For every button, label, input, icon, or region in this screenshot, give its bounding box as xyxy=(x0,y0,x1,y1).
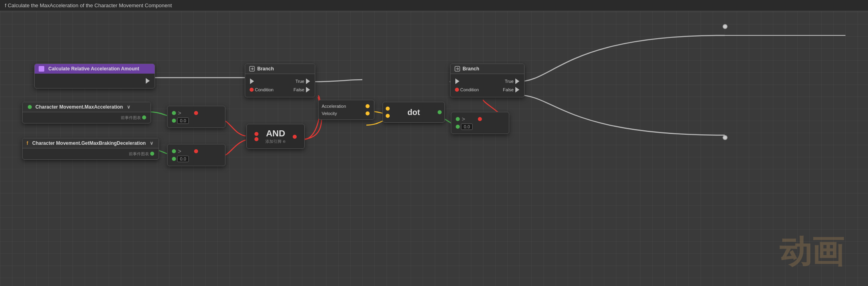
b2-true-row: True xyxy=(505,78,521,85)
and-sublabel: 添加引脚 ⊕ xyxy=(265,139,286,144)
b2-false-label: False xyxy=(503,87,514,92)
char-max-out-pin xyxy=(142,115,146,119)
g3-in-pin xyxy=(456,117,460,121)
node-char-braking-header: f Character Movement.GetMaxBrakingDecele… xyxy=(23,138,159,148)
node-branch1[interactable]: Branch True Condition False xyxy=(245,64,315,97)
vel-row: Velocity xyxy=(322,111,371,116)
branch1-title: Branch xyxy=(257,66,274,72)
top-bar: f Calculate the MaxAcceleration of the C… xyxy=(0,0,868,11)
g1-gt: > xyxy=(178,110,181,116)
connection-point-top xyxy=(723,24,727,29)
char-braking-sublabel: 前事件图表 xyxy=(129,152,149,156)
vel-label: Velocity xyxy=(322,111,337,116)
vel-out-pin xyxy=(366,111,370,115)
watermark: 动画 xyxy=(779,230,844,274)
node-calculate-rel-accel[interactable]: Calculate Relative Acceleration Amount xyxy=(34,64,155,88)
node-char-max-header: Character Movement.MaxAcceleration ∨ xyxy=(23,102,151,112)
b1-cond-pin xyxy=(250,88,254,92)
b2-true-label: True xyxy=(505,79,514,84)
b2-true-pin xyxy=(515,78,519,84)
and-output xyxy=(291,133,298,140)
greater3-body: > 0.0 xyxy=(451,112,509,134)
greater1-val-row: 0.0 xyxy=(171,117,222,124)
char-max-label: Character Movement.MaxAcceleration xyxy=(35,104,123,110)
greater3-in-row: > xyxy=(455,116,506,122)
b1-false-label: False xyxy=(293,87,304,92)
g1-in-pin xyxy=(172,111,176,115)
g2-gt: > xyxy=(178,148,181,154)
b2-false-row: False xyxy=(503,86,521,93)
b1-cond-label: Condition xyxy=(255,87,273,92)
and-label-block: AND 添加引脚 ⊕ xyxy=(265,128,286,144)
branch2-icon xyxy=(455,66,460,72)
and-in2 xyxy=(253,137,260,141)
node-icon xyxy=(39,66,44,72)
greater1-in-row: > xyxy=(171,110,222,116)
g2-val-in-pin xyxy=(172,157,176,161)
dot-label: dot xyxy=(407,108,420,117)
branch1-body: True Condition False xyxy=(245,74,315,97)
top-bar-text: f Calculate the MaxAcceleration of the C… xyxy=(5,2,172,8)
dot-inner: dot xyxy=(383,102,444,122)
g3-val-in-pin xyxy=(456,125,460,129)
accel-vel-body: Acceleration Velocity xyxy=(318,100,374,119)
node-dot[interactable]: dot xyxy=(382,102,445,123)
and-in1 xyxy=(253,132,260,136)
exec-out-pin xyxy=(146,78,150,84)
char-max-sublabel: 前事件图表 xyxy=(121,115,141,120)
g3-out-pin xyxy=(478,117,482,121)
greater1-body: > 0.0 xyxy=(167,106,225,128)
branch1-exec-row: True xyxy=(248,78,312,85)
dot-body: dot xyxy=(383,102,444,122)
node-greater2[interactable]: > 0.0 xyxy=(167,144,225,166)
branch-icon xyxy=(249,66,255,72)
and-out-pin xyxy=(293,135,297,139)
g3-val-box[interactable]: 0.0 xyxy=(461,123,473,130)
branch2-cond-row: Condition False xyxy=(454,86,521,93)
connection-point-bottom xyxy=(723,135,727,140)
dot-pin1 xyxy=(386,107,390,111)
dropdown-arrow: ∨ xyxy=(127,104,130,110)
branch2-header: Branch xyxy=(451,64,524,74)
exec-out-row xyxy=(38,77,151,84)
braking-dropdown: ∨ xyxy=(150,140,153,146)
node-char-braking[interactable]: f Character Movement.GetMaxBrakingDecele… xyxy=(22,138,159,160)
accel-out-pin xyxy=(366,104,370,108)
branch2-exec-row: True xyxy=(454,78,521,85)
dot-pin2 xyxy=(386,114,390,118)
branch2-title: Branch xyxy=(463,66,479,72)
branch1-header: Branch xyxy=(245,64,315,74)
b2-cond-pin xyxy=(455,88,459,92)
accel-row: Acceleration xyxy=(322,104,371,109)
node-and[interactable]: AND 添加引脚 ⊕ xyxy=(246,124,305,149)
dot-in2 xyxy=(384,114,391,118)
char-braking-body: 前事件图表 xyxy=(23,148,159,159)
green-pin-header xyxy=(28,105,32,109)
dot-inputs xyxy=(384,105,391,119)
b2-false-pin xyxy=(515,87,519,93)
g3-gt: > xyxy=(462,116,465,122)
node-accel-vel[interactable]: Acceleration Velocity xyxy=(318,100,374,120)
greater2-val-row: 0.0 xyxy=(171,156,222,162)
b1-false-row: False xyxy=(293,86,312,93)
char-braking-label: Character Movement.GetMaxBrakingDecelera… xyxy=(32,140,146,146)
greater2-in-row: > xyxy=(171,148,222,154)
node-calc-title: Calculate Relative Acceleration Amount xyxy=(48,66,139,72)
node-greater1[interactable]: > 0.0 xyxy=(167,106,225,128)
node-char-max-accel[interactable]: Character Movement.MaxAcceleration ∨ 前事件… xyxy=(22,102,151,123)
greater2-body: > 0.0 xyxy=(167,144,225,166)
b1-true-row: True xyxy=(296,78,312,85)
b1-true-pin xyxy=(306,78,310,84)
g1-out-pin xyxy=(194,111,198,115)
b1-true-label: True xyxy=(296,79,304,84)
node-branch2[interactable]: Branch True Condition False xyxy=(450,64,525,97)
g2-out-pin xyxy=(194,149,198,153)
b2-cond-left: Condition xyxy=(454,87,479,92)
node-greater3[interactable]: > 0.0 xyxy=(451,112,509,134)
g2-val-box[interactable]: 0.0 xyxy=(177,156,189,162)
b1-cond-row: Condition xyxy=(248,87,273,92)
and-pin2 xyxy=(254,137,258,141)
g1-val-box[interactable]: 0.0 xyxy=(177,117,189,124)
canvas: Calculate Relative Acceleration Amount C… xyxy=(0,11,868,286)
accel-label: Acceleration xyxy=(322,104,346,109)
